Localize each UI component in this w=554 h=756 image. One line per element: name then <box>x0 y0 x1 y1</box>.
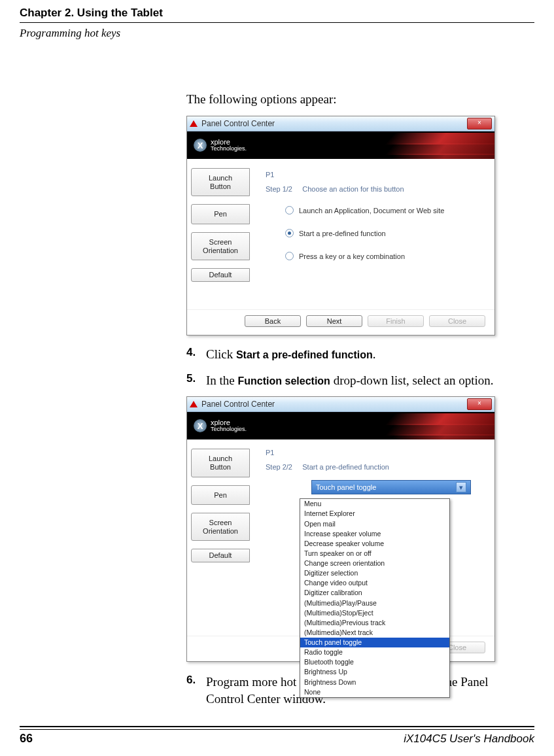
tab-default[interactable]: Default <box>191 268 250 282</box>
radio-icon <box>285 252 294 260</box>
step-instruction: Choose an action for this button <box>302 185 404 193</box>
window-title: Panel Control Center <box>201 400 467 409</box>
tab-screen-orientation[interactable]: Screen Orientation <box>191 232 250 260</box>
wizard-pane: P1 Step 2/2 Start a pre-defined function… <box>254 439 494 636</box>
combo-value: Touch panel toggle <box>316 483 376 491</box>
dropdown-option[interactable]: Turn speaker on or off <box>300 549 449 558</box>
radio-option-predefined[interactable]: Start a pre-defined function <box>285 229 479 237</box>
radio-icon <box>285 206 294 215</box>
brand-banner: X xplore Technologies. <box>187 412 494 439</box>
dropdown-option[interactable]: Digitizer selection <box>300 568 449 578</box>
radio-label: Start a pre-defined function <box>299 230 386 237</box>
app-icon <box>190 120 198 127</box>
dropdown-option[interactable]: Radio toggle <box>300 647 449 657</box>
dropdown-option[interactable]: None <box>300 687 449 697</box>
side-tabs: Launch Button Pen Screen Orientation Def… <box>187 159 254 309</box>
app-icon <box>190 401 198 407</box>
close-button: Close <box>429 315 485 327</box>
close-icon[interactable]: × <box>467 398 492 410</box>
step-5: 5. In the Function selection drop-down l… <box>186 372 521 389</box>
brand-logo-icon: X <box>194 139 207 152</box>
brand-line2: Technologies. <box>211 146 247 152</box>
wizard-step-label: Step 2/2 Start a pre-defined function <box>266 463 479 471</box>
header-rule <box>20 22 534 23</box>
wizard-step-label: Step 1/2 Choose an action for this butto… <box>266 185 479 193</box>
button-id-label: P1 <box>266 171 479 179</box>
step-number: 4. <box>186 346 206 363</box>
banner-stripes <box>383 131 494 159</box>
dropdown-option[interactable]: (Multimedia)Previous track <box>300 618 449 628</box>
step-text: In the Function selection drop-down list… <box>206 372 521 389</box>
dropdown-option[interactable]: (Multimedia)Next track <box>300 628 449 638</box>
dropdown-option[interactable]: Bluetooth toggle <box>300 657 449 667</box>
dropdown-option[interactable]: Change screen orientation <box>300 558 449 568</box>
dropdown-option[interactable]: Digitizer calibration <box>300 588 449 598</box>
dropdown-option[interactable]: Increase speaker volume <box>300 529 449 539</box>
step-indicator: Step 2/2 <box>266 463 292 471</box>
step-instruction: Start a pre-defined function <box>302 463 389 471</box>
dialog-button-row: Back Next Finish Close <box>187 309 494 335</box>
text-fragment: Click <box>206 347 236 361</box>
brand-banner: X xplore Technologies. <box>187 131 494 159</box>
window-titlebar: Panel Control Center × <box>187 397 494 412</box>
dropdown-option[interactable]: Change video output <box>300 578 449 588</box>
window-title: Panel Control Center <box>201 119 467 128</box>
step-indicator: Step 1/2 <box>266 185 292 193</box>
text-fragment: drop-down list, select an option. <box>330 373 494 387</box>
dropdown-option[interactable]: Touch panel toggle <box>300 638 449 647</box>
screenshot-panel-1: Panel Control Center × X xplore Technolo… <box>186 116 495 335</box>
tab-pen[interactable]: Pen <box>191 204 250 224</box>
step-number: 6. <box>186 674 206 707</box>
footer-book-title: iX104C5 User's Handbook <box>404 732 534 746</box>
brand-text: xplore Technologies. <box>211 138 247 152</box>
step-4: 4. Click Start a pre-defined function. <box>186 346 521 363</box>
radio-option-key-combo[interactable]: Press a key or a key combination <box>285 252 479 260</box>
text-fragment: In the <box>206 373 238 387</box>
screenshot-panel-2: Panel Control Center × X xplore Technolo… <box>186 396 495 662</box>
button-id-label: P1 <box>266 449 479 456</box>
page-number: 66 <box>20 732 33 746</box>
dropdown-option[interactable]: Brightness Up <box>300 667 449 677</box>
dropdown-option[interactable]: Open mail <box>300 519 449 529</box>
next-button[interactable]: Next <box>306 315 362 327</box>
window-titlebar: Panel Control Center × <box>187 116 494 131</box>
function-dropdown-list[interactable]: MenuInternet ExplorerOpen mailIncrease s… <box>300 498 450 698</box>
dropdown-option[interactable]: Menu <box>300 499 449 509</box>
radio-icon <box>285 229 294 237</box>
brand-line2: Technologies. <box>211 426 247 433</box>
section-subtitle: Programming hot keys <box>20 27 534 40</box>
dropdown-option[interactable]: Internet Explorer <box>300 509 449 519</box>
close-icon[interactable]: × <box>467 118 492 129</box>
dropdown-option[interactable]: Brightness Down <box>300 678 449 687</box>
footer-rule-thin <box>20 729 534 730</box>
dropdown-option[interactable]: (Multimedia)Stop/Eject <box>300 608 449 618</box>
radio-label: Press a key or a key combination <box>299 252 405 260</box>
step-text: Click Start a pre-defined function. <box>206 346 521 363</box>
tab-pen[interactable]: Pen <box>191 485 250 506</box>
tab-launch-button[interactable]: Launch Button <box>191 168 250 196</box>
dropdown-option[interactable]: Decrease speaker volume <box>300 539 449 549</box>
step-number: 5. <box>186 372 206 389</box>
side-tabs: Launch Button Pen Screen Orientation Def… <box>187 439 254 636</box>
dropdown-option[interactable]: (Multimedia)Play/Pause <box>300 598 449 608</box>
brand-logo-icon: X <box>194 419 207 432</box>
brand-text: xplore Technologies. <box>211 419 247 433</box>
ui-term: Start a pre-defined function <box>236 349 373 360</box>
tab-launch-button[interactable]: Launch Button <box>191 449 250 477</box>
chapter-title: Chapter 2. Using the Tablet <box>20 7 534 20</box>
back-button[interactable]: Back <box>245 315 301 327</box>
ui-term: Function selection <box>238 375 330 387</box>
tab-screen-orientation[interactable]: Screen Orientation <box>191 513 250 541</box>
function-selection-dropdown[interactable]: Touch panel toggle ▾ <box>311 480 471 494</box>
finish-button: Finish <box>368 315 424 327</box>
chevron-down-icon: ▾ <box>456 482 466 492</box>
text-fragment: . <box>373 347 376 361</box>
footer-rule-thick <box>20 726 534 727</box>
banner-stripes <box>383 412 494 439</box>
radio-option-launch-app[interactable]: Launch an Application, Document or Web s… <box>285 206 479 215</box>
intro-text: The following options appear: <box>186 92 521 107</box>
tab-default[interactable]: Default <box>191 549 250 562</box>
radio-label: Launch an Application, Document or Web s… <box>299 207 444 215</box>
